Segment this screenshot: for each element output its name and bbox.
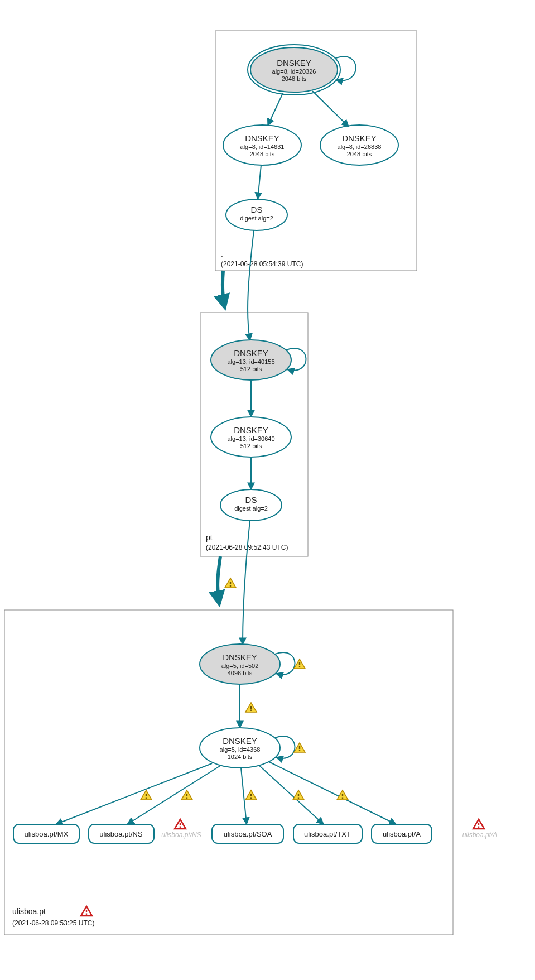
svg-text:ulisboa.pt/SOA: ulisboa.pt/SOA [224, 830, 272, 838]
error-icon [473, 819, 484, 829]
svg-text:ulisboa.pt/NS: ulisboa.pt/NS [99, 830, 143, 838]
edge-ulzsk-ns [127, 766, 220, 824]
svg-text:2048 bits: 2048 bits [347, 151, 372, 157]
warning-icon [337, 790, 348, 800]
warning-icon [141, 790, 152, 800]
rrset-txt[interactable]: ulisboa.pt/TXT [293, 824, 362, 843]
svg-text:DNSKEY: DNSKEY [223, 736, 257, 746]
zone-label-ulisboa: ulisboa.pt [12, 907, 46, 916]
node-root-zsk2[interactable]: DNSKEY alg=8, id=26838 2048 bits [320, 125, 398, 165]
zone-label-pt: pt [206, 533, 213, 542]
warning-icon [181, 790, 192, 800]
svg-text:DNSKEY: DNSKEY [342, 133, 377, 143]
edge-rootksk-zsk1 [268, 93, 283, 126]
rrset-soa[interactable]: ulisboa.pt/SOA [212, 824, 283, 843]
edge-delegation-root-pt [223, 271, 225, 308]
svg-text:ulisboa.pt/TXT: ulisboa.pt/TXT [304, 830, 351, 838]
edge-ulzsk-soa [241, 768, 247, 824]
svg-text:512 bits: 512 bits [240, 366, 262, 372]
node-root-ksk[interactable]: DNSKEY alg=8, id=20326 2048 bits [248, 45, 340, 95]
warning-icon [294, 659, 305, 669]
svg-text:alg=8, id=26838: alg=8, id=26838 [338, 143, 382, 150]
edge-ulzsk-a [269, 762, 396, 824]
warning-icon [294, 743, 305, 752]
node-root-ds[interactable]: DS digest alg=2 [226, 199, 287, 230]
node-ulisboa-zsk[interactable]: DNSKEY alg=5, id=4368 1024 bits [200, 728, 280, 768]
svg-text:digest alg=2: digest alg=2 [240, 215, 273, 222]
dnssec-diagram: . (2021-06-28 05:54:39 UTC) DNSKEY alg=8… [0, 0, 535, 980]
svg-text:512 bits: 512 bits [240, 443, 262, 449]
svg-text:2048 bits: 2048 bits [282, 75, 307, 82]
svg-text:DNSKEY: DNSKEY [277, 58, 311, 68]
warning-icon [245, 703, 257, 712]
svg-text:alg=5, id=502: alg=5, id=502 [221, 662, 259, 669]
svg-text:DNSKEY: DNSKEY [234, 425, 268, 435]
error-icon [81, 906, 92, 916]
warning-icon [245, 790, 257, 800]
svg-text:alg=13, id=40155: alg=13, id=40155 [227, 358, 274, 365]
edge-ptds-ulksk [243, 521, 250, 645]
svg-text:alg=8, id=20326: alg=8, id=20326 [272, 68, 316, 75]
svg-text:DNSKEY: DNSKEY [245, 133, 279, 143]
svg-text:alg=8, id=14631: alg=8, id=14631 [240, 143, 285, 150]
svg-text:DNSKEY: DNSKEY [234, 348, 268, 358]
rrset-a[interactable]: ulisboa.pt/A [372, 824, 432, 843]
ghost-rrset-ns: ulisboa.pt/NS [161, 831, 201, 839]
edge-rootds-ptksk [248, 230, 254, 340]
node-pt-ds[interactable]: DS digest alg=2 [220, 489, 282, 521]
svg-text:1024 bits: 1024 bits [228, 753, 253, 760]
svg-text:ulisboa.pt/A: ulisboa.pt/A [383, 830, 421, 838]
svg-text:ulisboa.pt/MX: ulisboa.pt/MX [25, 830, 69, 838]
svg-text:digest alg=2: digest alg=2 [234, 505, 268, 512]
ghost-rrset-a: ulisboa.pt/A [462, 831, 498, 839]
node-root-zsk1[interactable]: DNSKEY alg=8, id=14631 2048 bits [223, 125, 301, 165]
node-ulisboa-ksk[interactable]: DNSKEY alg=5, id=502 4096 bits [200, 644, 280, 684]
node-pt-zsk[interactable]: DNSKEY alg=13, id=30640 512 bits [211, 417, 291, 457]
svg-text:alg=13, id=30640: alg=13, id=30640 [227, 435, 274, 442]
edge-rootzsk1-ds [258, 165, 261, 199]
rrset-ns[interactable]: ulisboa.pt/NS [89, 824, 154, 843]
zone-ts-root: (2021-06-28 05:54:39 UTC) [221, 260, 303, 268]
svg-text:alg=5, id=4368: alg=5, id=4368 [220, 746, 261, 753]
svg-text:2048 bits: 2048 bits [250, 151, 275, 157]
warning-icon [225, 578, 236, 588]
svg-text:DS: DS [245, 495, 257, 505]
node-pt-ksk[interactable]: DNSKEY alg=13, id=40155 512 bits [211, 340, 291, 380]
zone-label-root: . [221, 249, 223, 258]
zone-ts-ulisboa: (2021-06-28 09:53:25 UTC) [12, 919, 94, 927]
edge-rootksk-zsk2 [312, 91, 349, 127]
svg-text:4096 bits: 4096 bits [228, 670, 253, 676]
svg-text:DNSKEY: DNSKEY [223, 652, 257, 662]
svg-text:DS: DS [251, 205, 263, 214]
error-icon [175, 819, 186, 829]
warning-icon [293, 790, 304, 800]
edge-delegation-pt-ulisboa [218, 556, 220, 604]
rrset-mx[interactable]: ulisboa.pt/MX [13, 824, 79, 843]
edge-ulzsk-txt [259, 766, 324, 824]
